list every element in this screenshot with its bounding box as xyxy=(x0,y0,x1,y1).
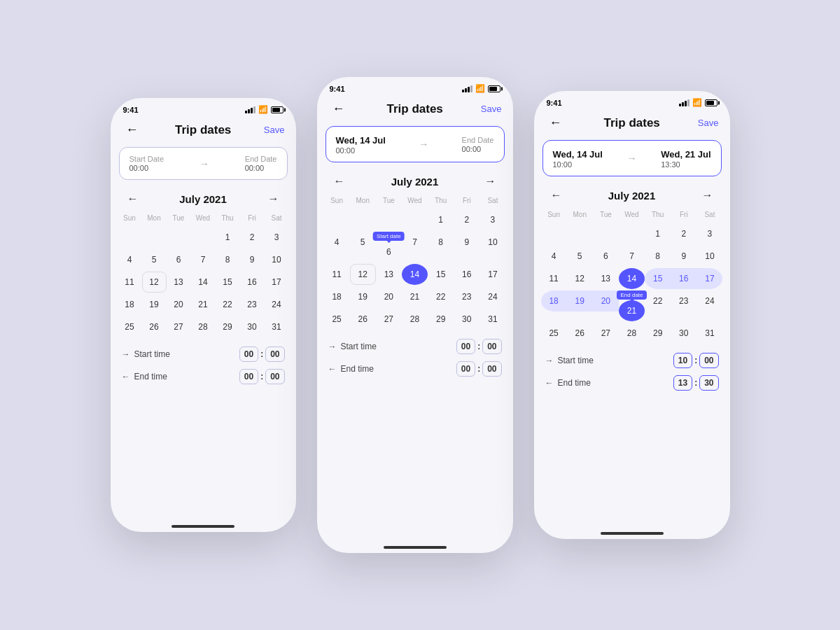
end-time-inputs-1[interactable]: 00 : 00 xyxy=(239,369,285,384)
cal-cell[interactable]: 10 xyxy=(265,249,289,270)
cal-cell[interactable]: 25 xyxy=(118,316,142,337)
start-time-inputs-2[interactable]: 00 : 00 xyxy=(456,339,502,354)
cal-cell[interactable]: 6Start date xyxy=(376,241,402,262)
cal-cell[interactable]: 14 xyxy=(619,268,645,289)
cal-cell[interactable]: 31 xyxy=(479,309,505,330)
cal-next-3[interactable]: → xyxy=(696,188,719,203)
cal-cell[interactable]: 21 xyxy=(402,286,428,307)
cal-cell[interactable]: 2 xyxy=(454,209,479,230)
cal-cell[interactable]: 26 xyxy=(567,323,593,344)
cal-cell[interactable]: 29 xyxy=(428,309,454,330)
start-hour-1[interactable]: 00 xyxy=(239,346,258,362)
cal-cell[interactable]: 12 xyxy=(142,272,167,293)
cal-cell[interactable]: 30 xyxy=(671,323,696,344)
cal-cell[interactable]: 5 xyxy=(350,232,376,253)
cal-cell[interactable]: 27 xyxy=(167,316,191,337)
back-button-2[interactable]: ← xyxy=(328,100,349,118)
cal-cell[interactable]: 2 xyxy=(240,227,265,248)
cal-cell[interactable]: 9 xyxy=(671,246,696,267)
cal-cell[interactable]: 22 xyxy=(428,286,454,307)
cal-cell[interactable]: 22 xyxy=(216,294,240,315)
cal-cell[interactable]: 5 xyxy=(567,246,593,267)
start-min-2[interactable]: 00 xyxy=(482,339,501,354)
cal-cell[interactable]: 23 xyxy=(240,294,265,315)
end-min-2[interactable]: 00 xyxy=(482,361,501,377)
cal-cell[interactable]: 9 xyxy=(240,249,265,270)
cal-prev-2[interactable]: ← xyxy=(328,174,351,189)
cal-cell[interactable]: 26 xyxy=(350,309,376,330)
date-selector-3[interactable]: Wed, 14 Jul 10:00 → Wed, 21 Jul 13:30 xyxy=(542,140,722,176)
back-button-3[interactable]: ← xyxy=(545,114,566,132)
cal-cell[interactable]: 15 xyxy=(216,272,240,293)
cal-prev-3[interactable]: ← xyxy=(545,188,568,203)
start-hour-2[interactable]: 00 xyxy=(456,339,475,354)
cal-cell[interactable]: 25 xyxy=(324,309,350,330)
cal-cell[interactable]: 10 xyxy=(479,232,505,253)
cal-cell[interactable]: 23 xyxy=(671,290,696,312)
save-button-2[interactable]: Save xyxy=(481,104,502,114)
cal-cell[interactable]: 31 xyxy=(696,323,722,344)
cal-cell[interactable]: 20 xyxy=(376,286,402,307)
cal-cell[interactable]: 22 xyxy=(645,290,671,312)
cal-cell[interactable]: 28 xyxy=(619,323,645,344)
cal-cell[interactable]: 8 xyxy=(645,246,671,267)
cal-cell[interactable]: 11 xyxy=(541,268,567,289)
cal-cell[interactable]: 15 xyxy=(645,268,671,289)
date-selector-1[interactable]: Start Date 00:00 → End Date 00:00 xyxy=(119,147,288,180)
cal-cell[interactable]: 6 xyxy=(167,249,191,270)
start-min-1[interactable]: 00 xyxy=(265,346,284,362)
date-selector-2[interactable]: Wed, 14 Jul 00:00 → End Date 00:00 xyxy=(326,126,505,162)
cal-next-2[interactable]: → xyxy=(479,174,502,189)
cal-cell[interactable]: 19 xyxy=(350,286,376,307)
cal-cell[interactable]: 13 xyxy=(593,268,619,289)
cal-cell[interactable]: 28 xyxy=(191,316,216,337)
cal-cell[interactable]: 21End date xyxy=(619,300,645,321)
cal-cell[interactable]: 9 xyxy=(454,232,479,253)
cal-prev-1[interactable]: ← xyxy=(122,191,144,206)
cal-cell[interactable]: 18 xyxy=(541,290,567,312)
back-button-1[interactable]: ← xyxy=(122,121,143,139)
cal-cell[interactable]: 25 xyxy=(541,323,567,344)
cal-cell[interactable]: 20 xyxy=(167,294,191,315)
cal-cell[interactable]: 8 xyxy=(428,232,454,253)
cal-cell[interactable]: 17 xyxy=(479,264,505,285)
cal-cell[interactable]: 4 xyxy=(324,232,350,253)
cal-cell[interactable]: 27 xyxy=(593,323,619,344)
cal-cell[interactable]: 2 xyxy=(671,223,696,244)
cal-cell[interactable]: 26 xyxy=(142,316,167,337)
cal-cell[interactable]: 16 xyxy=(240,272,265,293)
cal-cell[interactable]: 1 xyxy=(428,209,454,230)
cal-cell[interactable]: 12 xyxy=(350,264,376,285)
cal-cell[interactable]: 7 xyxy=(402,232,428,253)
cal-cell[interactable]: 19 xyxy=(142,294,167,315)
cal-cell[interactable]: 1 xyxy=(645,223,671,244)
cal-cell[interactable]: 14 xyxy=(402,264,428,285)
end-min-1[interactable]: 00 xyxy=(265,369,284,384)
cal-cell[interactable]: 11 xyxy=(324,264,350,285)
cal-cell[interactable]: 15 xyxy=(428,264,454,285)
cal-cell[interactable]: 5 xyxy=(142,249,167,270)
cal-next-1[interactable]: → xyxy=(262,191,285,206)
cal-cell[interactable]: 24 xyxy=(479,286,505,307)
start-hour-3[interactable]: 10 xyxy=(673,353,692,368)
cal-cell[interactable]: 3 xyxy=(479,209,505,230)
cal-cell[interactable]: 10 xyxy=(696,246,722,267)
save-button-1[interactable]: Save xyxy=(264,125,285,135)
cal-cell[interactable]: 29 xyxy=(645,323,671,344)
cal-cell[interactable]: 31 xyxy=(265,316,289,337)
end-hour-3[interactable]: 13 xyxy=(673,375,692,391)
end-hour-2[interactable]: 00 xyxy=(456,361,475,377)
cal-cell[interactable]: 30 xyxy=(240,316,265,337)
start-min-3[interactable]: 00 xyxy=(699,353,718,368)
cal-cell[interactable]: 21 xyxy=(191,294,216,315)
save-button-3[interactable]: Save xyxy=(698,118,719,128)
cal-cell[interactable]: 12 xyxy=(567,268,593,289)
end-time-inputs-3[interactable]: 13 : 30 xyxy=(673,375,719,391)
cal-cell[interactable]: 28 xyxy=(402,309,428,330)
cal-cell[interactable]: 7 xyxy=(191,249,216,270)
cal-cell[interactable]: 30 xyxy=(454,309,479,330)
cal-cell[interactable]: 3 xyxy=(696,223,722,244)
cal-cell[interactable]: 8 xyxy=(216,249,240,270)
cal-cell[interactable]: 18 xyxy=(118,294,142,315)
cal-cell[interactable]: 7 xyxy=(619,246,645,267)
